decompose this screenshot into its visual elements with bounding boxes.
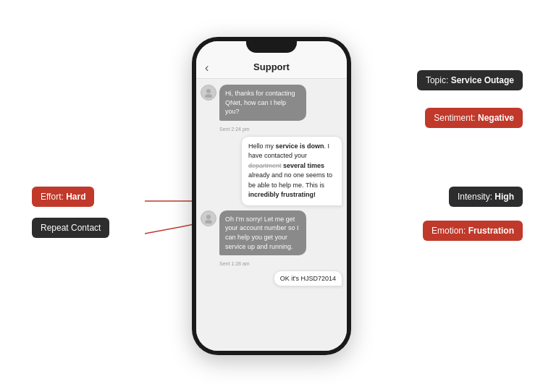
emotion-label: Emotion: Frustration	[423, 221, 523, 241]
back-icon[interactable]: ‹	[205, 61, 209, 74]
chat-area: Hi, thanks for contacting QNet, how can …	[196, 79, 347, 351]
phone-screen: ‹ Support Hi, thanks for contacting QNet…	[196, 41, 347, 351]
agent-message-2: Oh I'm sorry! Let me get your account nu…	[219, 210, 306, 255]
partial-bubble: OK it's HJSD72014	[201, 270, 342, 286]
agent-avatar	[201, 85, 216, 101]
phone-body: ‹ Support Hi, thanks for contacting QNet…	[192, 37, 351, 355]
user-bubble-1: Hello my service is down. I have contact…	[201, 136, 342, 206]
svg-point-9	[205, 220, 212, 223]
intensity-label: Intensity: High	[449, 187, 523, 207]
topic-label: Topic: Service Outage	[417, 70, 523, 90]
partial-message: OK it's HJSD72014	[274, 270, 342, 286]
svg-point-8	[206, 215, 211, 219]
agent-bubble-2: Oh I'm sorry! Let me get your account nu…	[201, 210, 342, 255]
message-time-1: Sent 2:24 pm	[219, 127, 342, 132]
agent-message-1: Hi, thanks for contacting QNet, how can …	[219, 85, 306, 121]
chat-title: Support	[253, 61, 290, 72]
svg-point-6	[206, 89, 211, 93]
effort-label: Effort: Hard	[32, 187, 94, 207]
user-message-1: Hello my service is down. I have contact…	[241, 136, 342, 206]
agent-avatar-2	[201, 210, 216, 226]
svg-point-7	[205, 94, 212, 98]
sentiment-label: Sentiment: Negative	[425, 108, 523, 128]
repeat-contact-label: Repeat Contact	[32, 218, 109, 238]
phone-mockup: ‹ Support Hi, thanks for contacting QNet…	[192, 37, 351, 355]
agent-bubble-1: Hi, thanks for contacting QNet, how can …	[201, 85, 342, 121]
phone-notch	[246, 37, 297, 53]
message-time-2: Sent 1:28 am	[219, 261, 342, 266]
